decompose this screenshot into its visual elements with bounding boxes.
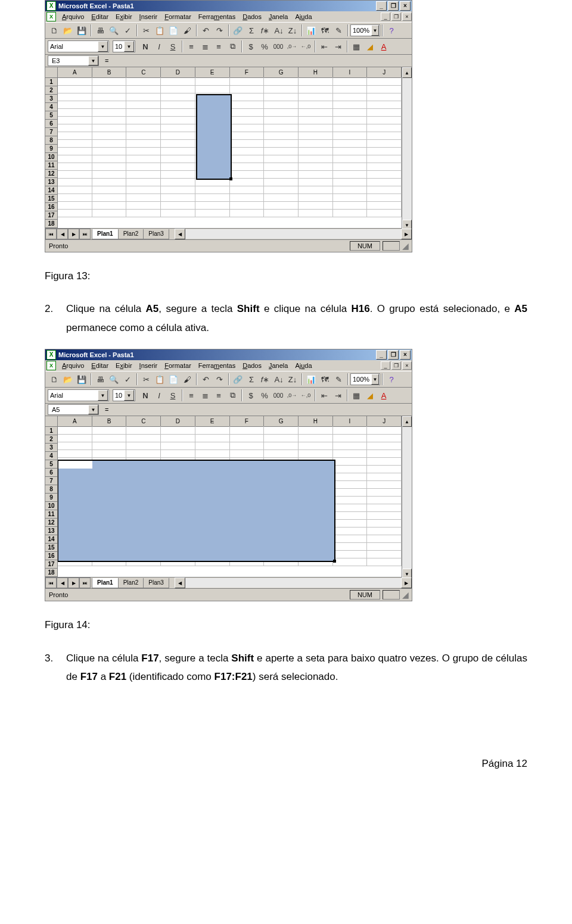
percent-icon[interactable]: % bbox=[258, 389, 271, 402]
row-header[interactable]: 14 bbox=[45, 186, 58, 195]
row-header[interactable]: 9 bbox=[45, 145, 58, 153]
print-icon[interactable]: 🖶 bbox=[94, 24, 107, 37]
col-header[interactable]: I bbox=[333, 416, 368, 427]
sheet-tab-plan1[interactable]: Plan1 bbox=[92, 578, 119, 588]
restore-button[interactable]: ❐ bbox=[388, 1, 399, 11]
col-header[interactable]: F bbox=[230, 416, 265, 427]
percent-icon[interactable]: % bbox=[258, 40, 271, 53]
row-header[interactable]: 13 bbox=[45, 527, 58, 535]
doc-restore-button[interactable]: ❐ bbox=[391, 361, 401, 370]
new-icon[interactable]: 🗋 bbox=[48, 24, 61, 37]
cells-area[interactable] bbox=[58, 426, 402, 566]
dec-decimal-icon[interactable]: ←,0 bbox=[299, 389, 312, 402]
menu-dados[interactable]: Dados bbox=[239, 13, 265, 20]
sheet-tab-plan3[interactable]: Plan3 bbox=[143, 578, 169, 588]
horizontal-scrollbar[interactable]: ◀▶ bbox=[175, 578, 412, 588]
col-header[interactable]: B bbox=[92, 67, 127, 78]
tab-nav-next[interactable]: ▶ bbox=[68, 229, 79, 239]
paste-icon[interactable]: 📄 bbox=[167, 24, 180, 37]
col-header[interactable]: G bbox=[264, 67, 299, 78]
menu-ferramentas[interactable]: Ferramentas bbox=[195, 13, 239, 20]
dec-decimal-icon[interactable]: ←,0 bbox=[299, 40, 312, 53]
row-header[interactable]: 18 bbox=[45, 569, 58, 577]
cut-icon[interactable]: ✂ bbox=[139, 24, 153, 37]
menu-editar[interactable]: Editar bbox=[88, 362, 112, 369]
redo-icon[interactable]: ↷ bbox=[213, 373, 226, 386]
row-header[interactable]: 12 bbox=[45, 519, 58, 527]
row-header[interactable]: 15 bbox=[45, 544, 58, 552]
font-color-icon[interactable]: A bbox=[377, 389, 390, 402]
row-header[interactable]: 3 bbox=[45, 444, 58, 452]
close-button[interactable]: × bbox=[400, 1, 411, 11]
redo-icon[interactable]: ↷ bbox=[213, 24, 226, 37]
format-painter-icon[interactable]: 🖌 bbox=[181, 373, 194, 386]
function-icon[interactable]: f∗ bbox=[259, 24, 272, 37]
bold-icon[interactable]: N bbox=[139, 389, 152, 402]
row-header[interactable]: 13 bbox=[45, 178, 58, 186]
format-painter-icon[interactable]: 🖌 bbox=[181, 24, 194, 37]
row-header[interactable]: 18 bbox=[45, 220, 58, 228]
inc-indent-icon[interactable]: ⇥ bbox=[331, 389, 344, 402]
horizontal-scrollbar[interactable]: ◀▶ bbox=[175, 229, 412, 239]
tab-nav-prev[interactable]: ◀ bbox=[57, 578, 68, 588]
align-left-icon[interactable]: ≡ bbox=[185, 389, 198, 402]
drawing-icon[interactable]: ✎ bbox=[332, 373, 345, 386]
preview-icon[interactable]: 🔍 bbox=[107, 24, 120, 37]
open-icon[interactable]: 📂 bbox=[61, 373, 74, 386]
inc-indent-icon[interactable]: ⇥ bbox=[331, 40, 344, 53]
col-header[interactable]: H bbox=[299, 67, 333, 78]
col-header[interactable]: D bbox=[161, 416, 195, 427]
save-icon[interactable]: 💾 bbox=[75, 24, 88, 37]
align-center-icon[interactable]: ≣ bbox=[198, 389, 212, 402]
col-header[interactable]: G bbox=[264, 416, 299, 427]
row-header[interactable]: 6 bbox=[45, 469, 58, 477]
function-icon[interactable]: f∗ bbox=[259, 373, 272, 386]
italic-icon[interactable]: I bbox=[153, 389, 166, 402]
align-center-icon[interactable]: ≣ bbox=[198, 40, 212, 53]
chart-icon[interactable]: 📊 bbox=[304, 24, 318, 37]
menu-janela[interactable]: Janela bbox=[265, 13, 291, 20]
row-header[interactable]: 11 bbox=[45, 161, 58, 170]
col-header[interactable]: F bbox=[230, 67, 265, 78]
sort-asc-icon[interactable]: A↓ bbox=[272, 373, 285, 386]
col-header[interactable]: A bbox=[58, 416, 92, 427]
doc-close-button[interactable]: × bbox=[402, 361, 412, 370]
row-header[interactable]: 17 bbox=[45, 560, 58, 569]
row-header[interactable]: 4 bbox=[45, 452, 58, 460]
menu-formatar[interactable]: Formatar bbox=[161, 13, 195, 20]
inc-decimal-icon[interactable]: ,0→ bbox=[285, 40, 299, 53]
link-icon[interactable]: 🔗 bbox=[231, 24, 244, 37]
menu-ajuda[interactable]: Ajuda bbox=[291, 13, 315, 20]
row-header[interactable]: 15 bbox=[45, 195, 58, 203]
zoom-combo[interactable]: 100%▼ bbox=[350, 24, 380, 36]
menu-exibir[interactable]: Exibir bbox=[112, 362, 136, 369]
copy-icon[interactable]: 📋 bbox=[153, 373, 166, 386]
chart-icon[interactable]: 📊 bbox=[304, 373, 318, 386]
select-all-corner[interactable] bbox=[45, 416, 58, 427]
col-header[interactable]: D bbox=[161, 67, 195, 78]
row-header[interactable]: 2 bbox=[45, 435, 58, 444]
tab-nav-first[interactable]: ⏮ bbox=[45, 229, 57, 239]
zoom-combo[interactable]: 100%▼ bbox=[350, 373, 380, 385]
row-header[interactable]: 4 bbox=[45, 103, 58, 111]
italic-icon[interactable]: I bbox=[153, 40, 166, 53]
col-header[interactable]: A bbox=[58, 67, 92, 78]
spell-icon[interactable]: ✓ bbox=[121, 373, 134, 386]
row-header[interactable]: 7 bbox=[45, 477, 58, 485]
font-combo[interactable]: Arial▼ bbox=[48, 40, 109, 52]
name-box[interactable]: A5▼ bbox=[48, 404, 99, 415]
resize-grip[interactable]: ◢ bbox=[402, 241, 412, 251]
new-icon[interactable]: 🗋 bbox=[48, 373, 61, 386]
merge-icon[interactable]: ⧉ bbox=[226, 40, 239, 53]
col-header[interactable]: B bbox=[92, 416, 127, 427]
restore-button[interactable]: ❐ bbox=[388, 350, 399, 360]
col-header[interactable]: C bbox=[126, 67, 161, 78]
row-header[interactable]: 8 bbox=[45, 136, 58, 145]
thousands-icon[interactable]: 000 bbox=[272, 40, 285, 53]
col-header[interactable]: H bbox=[299, 416, 333, 427]
row-header[interactable]: 9 bbox=[45, 494, 58, 502]
name-box[interactable]: E3▼ bbox=[48, 55, 99, 66]
bold-icon[interactable]: N bbox=[139, 40, 152, 53]
sort-asc-icon[interactable]: A↓ bbox=[272, 24, 285, 37]
menu-inserir[interactable]: Inserir bbox=[136, 362, 161, 369]
